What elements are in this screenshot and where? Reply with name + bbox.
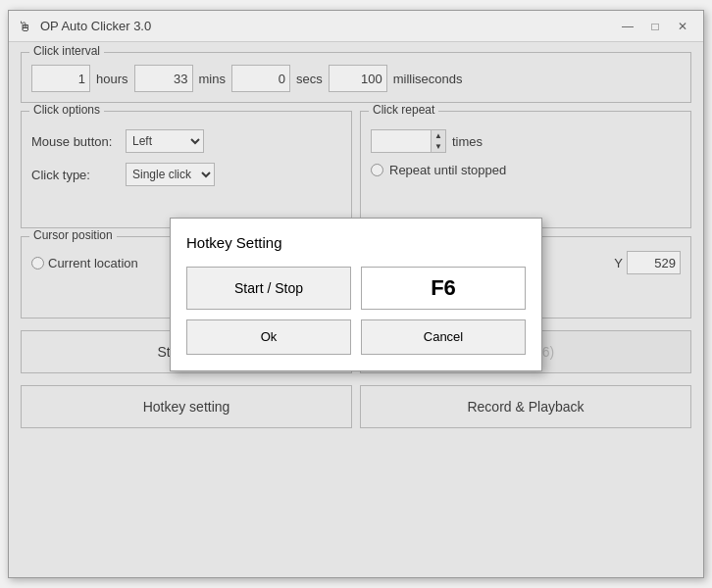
modal-key-row: Start / Stop F6 bbox=[186, 267, 526, 310]
modal-action-row: Ok Cancel bbox=[186, 319, 526, 355]
modal-title: Hotkey Setting bbox=[186, 234, 526, 251]
modal-overlay: Hotkey Setting Start / Stop F6 Ok Cancel bbox=[9, 11, 703, 577]
ok-button[interactable]: Ok bbox=[186, 319, 351, 355]
current-key-display: F6 bbox=[361, 267, 526, 310]
hotkey-modal: Hotkey Setting Start / Stop F6 Ok Cancel bbox=[170, 218, 542, 371]
cancel-button[interactable]: Cancel bbox=[361, 319, 526, 355]
main-window: 🖱 OP Auto Clicker 3.0 — □ ✕ Click interv… bbox=[8, 10, 704, 578]
start-stop-hotkey-button[interactable]: Start / Stop bbox=[186, 267, 351, 310]
